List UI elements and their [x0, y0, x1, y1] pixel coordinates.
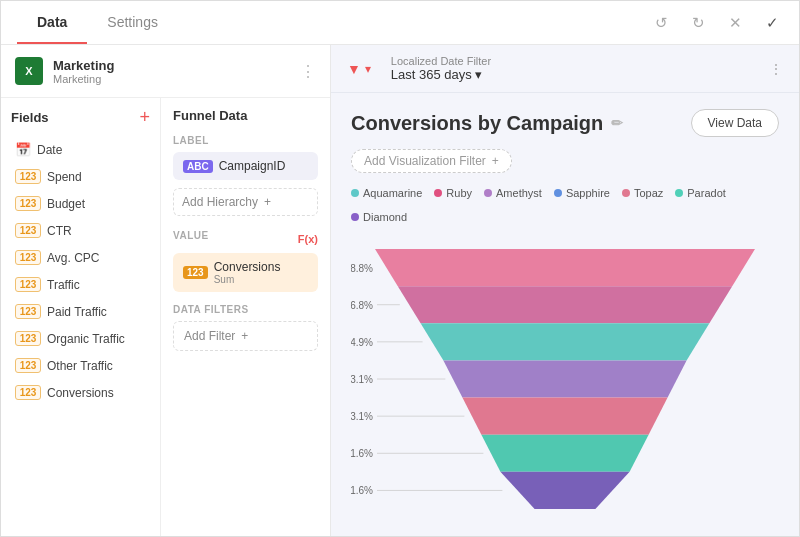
- chevron-down-icon: ▾: [475, 67, 482, 82]
- legend-dot-ruby: [434, 189, 442, 197]
- redo-icon[interactable]: ↻: [688, 10, 709, 36]
- tabs-left: Data Settings: [17, 2, 178, 44]
- funnel-segment-0[interactable]: [375, 249, 755, 286]
- fx-button[interactable]: F(x): [298, 233, 318, 245]
- num-chip-icon: 123: [183, 266, 208, 279]
- fields-header: Fields +: [11, 108, 150, 126]
- field-item-other-traffic[interactable]: 123 Other Traffic: [11, 352, 150, 379]
- field-item-date[interactable]: 📅 Date: [11, 136, 150, 163]
- conversions-chip-info: Conversions Sum: [214, 260, 281, 285]
- datasource-menu[interactable]: ⋮: [300, 62, 316, 81]
- field-type-budget: 123: [15, 196, 41, 211]
- funnel-data-column: Funnel Data LABEL ABC CampaignID Add Hie…: [161, 98, 330, 536]
- field-item-avg-cpc[interactable]: 123 Avg. CPC: [11, 244, 150, 271]
- field-label-traffic: Traffic: [47, 278, 80, 292]
- funnel-pct-label-5: 11.6%: [351, 448, 373, 459]
- tab-data[interactable]: Data: [17, 2, 87, 44]
- chart-legend: Aquamarine Ruby Amethyst Sapphire: [351, 187, 779, 223]
- funnel-segment-1[interactable]: [398, 286, 732, 323]
- field-type-other-traffic: 123: [15, 358, 41, 373]
- legend-item-diamond: Diamond: [351, 211, 407, 223]
- calendar-icon: 📅: [15, 142, 31, 157]
- field-label-avg-cpc: Avg. CPC: [47, 251, 99, 265]
- app-container: Data Settings ↺ ↻ ✕ ✓ X Marketing Market…: [0, 0, 800, 537]
- funnel-segment-3[interactable]: [443, 360, 686, 397]
- value-label: VALUE: [173, 230, 209, 241]
- legend-label-paradot: Paradot: [687, 187, 726, 199]
- field-item-budget[interactable]: 123 Budget: [11, 190, 150, 217]
- legend-label-aquamarine: Aquamarine: [363, 187, 422, 199]
- funnel-pct-label-4: 13.1%: [351, 411, 373, 422]
- conversions-chip-sub: Sum: [214, 274, 281, 285]
- field-item-paid-traffic[interactable]: 123 Paid Traffic: [11, 298, 150, 325]
- filter-icon: ▼: [347, 61, 361, 77]
- field-type-avg-cpc: 123: [15, 250, 41, 265]
- funnel-pct-label-2: 14.9%: [351, 336, 373, 347]
- funnel-chart-wrapper: 18.8%16.8%14.9%13.1%13.1%11.6%11.6%: [351, 237, 779, 520]
- funnel-pct-label-3: 13.1%: [351, 374, 373, 385]
- conversions-chip-label: Conversions: [214, 260, 281, 274]
- abc-chip-icon: ABC: [183, 160, 213, 173]
- datasource-icon: X: [15, 57, 43, 85]
- add-filter-button[interactable]: Add Filter +: [173, 321, 318, 351]
- field-item-ctr[interactable]: 123 CTR: [11, 217, 150, 244]
- viz-toolbar: ▼ ▾ Localized Date Filter Last 365 days …: [331, 45, 799, 93]
- add-hierarchy-button[interactable]: Add Hierarchy +: [173, 188, 318, 216]
- funnel-segment-2[interactable]: [421, 323, 710, 360]
- view-data-button[interactable]: View Data: [691, 109, 779, 137]
- funnel-segment-5[interactable]: [481, 434, 648, 471]
- legend-dot-diamond: [351, 213, 359, 221]
- legend-item-sapphire: Sapphire: [554, 187, 610, 199]
- undo-icon[interactable]: ↺: [651, 10, 672, 36]
- field-type-organic-traffic: 123: [15, 331, 41, 346]
- funnel-segment-4[interactable]: [462, 397, 667, 434]
- data-filters-header: DATA FILTERS: [173, 304, 318, 315]
- viz-menu-icon[interactable]: ⋮: [769, 61, 783, 77]
- field-label-spend: Spend: [47, 170, 82, 184]
- add-hierarchy-icon: +: [264, 195, 271, 209]
- field-item-conversions[interactable]: 123 Conversions: [11, 379, 150, 406]
- add-viz-filter-icon: +: [492, 154, 499, 168]
- fields-title: Fields: [11, 110, 49, 125]
- left-panel: X Marketing Marketing ⋮ Fields + �: [1, 45, 331, 536]
- add-field-button[interactable]: +: [139, 108, 150, 126]
- close-icon[interactable]: ✕: [725, 10, 746, 36]
- legend-dot-aquamarine: [351, 189, 359, 197]
- conversions-chip[interactable]: 123 Conversions Sum: [173, 253, 318, 292]
- main-layout: X Marketing Marketing ⋮ Fields + �: [1, 45, 799, 536]
- chart-container: Conversions by Campaign ✏ View Data Add …: [331, 93, 799, 536]
- field-label-organic-traffic: Organic Traffic: [47, 332, 125, 346]
- add-viz-filter-label: Add Visualization Filter: [364, 154, 486, 168]
- add-filter-icon: +: [241, 329, 248, 343]
- funnel-pct-label-0: 18.8%: [351, 262, 373, 273]
- check-icon[interactable]: ✓: [762, 10, 783, 36]
- field-type-traffic: 123: [15, 277, 41, 292]
- tab-settings[interactable]: Settings: [87, 2, 178, 44]
- legend-item-topaz: Topaz: [622, 187, 663, 199]
- field-label-other-traffic: Other Traffic: [47, 359, 113, 373]
- value-section-header: VALUE F(x): [173, 230, 318, 247]
- campaign-id-chip[interactable]: ABC CampaignID: [173, 152, 318, 180]
- left-columns: Fields + 📅 Date 123 Spend 123 Budget: [1, 98, 330, 536]
- campaign-id-label: CampaignID: [219, 159, 308, 173]
- field-item-organic-traffic[interactable]: 123 Organic Traffic: [11, 325, 150, 352]
- add-viz-filter-button[interactable]: Add Visualization Filter +: [351, 149, 512, 173]
- legend-dot-paradot: [675, 189, 683, 197]
- funnel-pct-label-6: 11.6%: [351, 485, 373, 496]
- label-section-header: LABEL: [173, 135, 318, 146]
- field-type-ctr: 123: [15, 223, 41, 238]
- filter-bar: Add Visualization Filter +: [351, 149, 779, 173]
- edit-title-icon[interactable]: ✏: [611, 115, 623, 131]
- legend-label-amethyst: Amethyst: [496, 187, 542, 199]
- legend-dot-topaz: [622, 189, 630, 197]
- field-item-spend[interactable]: 123 Spend: [11, 163, 150, 190]
- field-label-budget: Budget: [47, 197, 85, 211]
- field-item-traffic[interactable]: 123 Traffic: [11, 271, 150, 298]
- datasource-name: Marketing: [53, 58, 290, 73]
- filter-button[interactable]: ▼ ▾: [347, 61, 371, 77]
- chart-header: Conversions by Campaign ✏ View Data: [351, 109, 779, 137]
- field-label-ctr: CTR: [47, 224, 72, 238]
- date-range-value[interactable]: Last 365 days ▾: [391, 67, 491, 82]
- funnel-segment-6[interactable]: [500, 471, 629, 508]
- fields-column: Fields + 📅 Date 123 Spend 123 Budget: [1, 98, 161, 536]
